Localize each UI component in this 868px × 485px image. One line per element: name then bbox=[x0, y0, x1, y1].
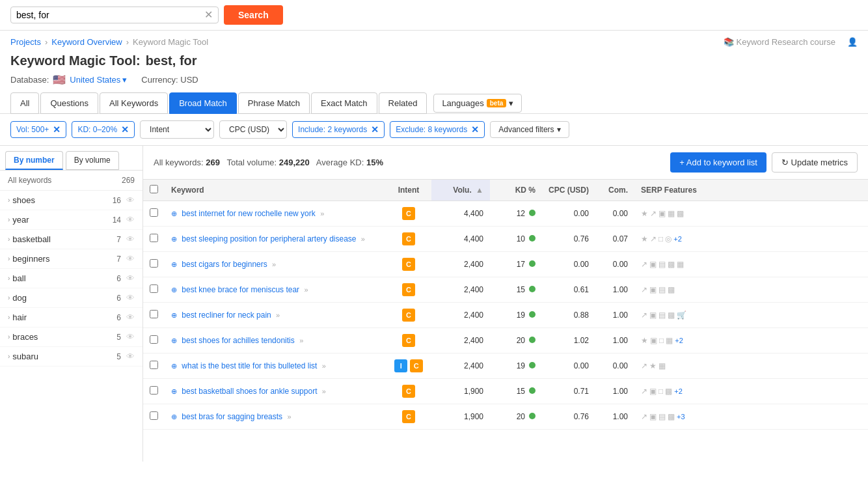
update-metrics-button[interactable]: ↻ Update metrics bbox=[772, 152, 858, 173]
include-filter-remove[interactable]: ✕ bbox=[371, 124, 379, 135]
sidebar-item[interactable]: › beginners 7 👁 bbox=[0, 249, 142, 269]
visibility-icon[interactable]: 👁 bbox=[126, 195, 135, 205]
row-checkbox[interactable] bbox=[150, 208, 158, 217]
visibility-icon[interactable]: 👁 bbox=[126, 254, 135, 264]
keyword-details-icon[interactable]: » bbox=[299, 337, 303, 344]
tab-all-keywords[interactable]: All Keywords bbox=[100, 92, 168, 114]
sidebar-item[interactable]: › dog 6 👁 bbox=[0, 288, 142, 308]
keyword-details-icon[interactable]: » bbox=[287, 413, 291, 421]
breadcrumb-keyword-overview[interactable]: Keyword Overview bbox=[51, 37, 122, 47]
col-com-header[interactable]: Com. bbox=[595, 180, 634, 201]
keyword-expand-icon[interactable]: ⊕ bbox=[171, 311, 177, 319]
sidebar-item[interactable]: › hair 6 👁 bbox=[0, 308, 142, 327]
keyword-details-icon[interactable]: » bbox=[322, 362, 326, 370]
keyword-details-icon[interactable]: » bbox=[361, 235, 365, 243]
keyword-link[interactable]: best basketball shoes for ankle support bbox=[182, 387, 317, 396]
keyword-expand-icon[interactable]: ⊕ bbox=[171, 413, 177, 421]
vol-filter-remove[interactable]: ✕ bbox=[53, 124, 61, 135]
col-kd-header[interactable]: KD % bbox=[490, 180, 542, 201]
cpc-filter-select[interactable]: CPC (USD) 0 - 0.5 0.5 - 1 1+ bbox=[219, 120, 287, 139]
sidebar-item[interactable]: › ball 6 👁 bbox=[0, 269, 142, 288]
exclude-filter-chip[interactable]: Exclude: 8 keywords ✕ bbox=[390, 121, 485, 138]
advanced-filters-button[interactable]: Advanced filters ▾ bbox=[490, 121, 569, 138]
keyword-expand-icon[interactable]: ⊕ bbox=[171, 235, 177, 243]
expand-icon: › bbox=[8, 216, 10, 223]
row-checkbox[interactable] bbox=[150, 259, 158, 268]
col-volume-header[interactable]: Volu. ▲ bbox=[431, 180, 490, 201]
tab-broad-match[interactable]: Broad Match bbox=[169, 92, 237, 114]
breadcrumb-projects[interactable]: Projects bbox=[10, 37, 41, 47]
visibility-icon[interactable]: 👁 bbox=[126, 273, 135, 283]
include-filter-chip[interactable]: Include: 2 keywords ✕ bbox=[292, 121, 385, 138]
keyword-research-course-link[interactable]: 📚 Keyword Research course bbox=[724, 37, 835, 47]
keyword-details-icon[interactable]: » bbox=[304, 286, 308, 294]
row-checkbox[interactable] bbox=[150, 386, 158, 395]
keyword-expand-icon[interactable]: ⊕ bbox=[171, 260, 177, 268]
visibility-icon[interactable]: 👁 bbox=[126, 352, 135, 361]
select-all-checkbox[interactable] bbox=[150, 185, 158, 193]
row-checkbox[interactable] bbox=[150, 310, 158, 318]
sidebar-item[interactable]: › basketball 7 👁 bbox=[0, 230, 142, 249]
search-input[interactable] bbox=[16, 10, 204, 20]
row-intent-cell: C bbox=[386, 404, 431, 430]
kd-filter-chip[interactable]: KD: 0–20% ✕ bbox=[72, 121, 135, 138]
keyword-expand-icon[interactable]: ⊕ bbox=[171, 362, 177, 370]
tab-languages[interactable]: Languages beta ▾ bbox=[433, 94, 522, 113]
kd-filter-remove[interactable]: ✕ bbox=[121, 124, 129, 135]
sidebar-item[interactable]: › year 14 👁 bbox=[0, 210, 142, 230]
keyword-expand-icon[interactable]: ⊕ bbox=[171, 337, 177, 344]
row-checkbox[interactable] bbox=[150, 234, 158, 242]
visibility-icon[interactable]: 👁 bbox=[126, 215, 135, 225]
user-icon[interactable]: 👤 bbox=[847, 37, 858, 47]
add-to-list-button[interactable]: + Add to keyword list bbox=[670, 152, 766, 173]
keyword-link[interactable]: best cigars for beginners bbox=[182, 260, 267, 269]
keyword-details-icon[interactable]: » bbox=[272, 260, 276, 268]
visibility-icon[interactable]: 👁 bbox=[126, 312, 135, 322]
sidebar-item[interactable]: › shoes 16 👁 bbox=[0, 191, 142, 210]
row-intent-cell: C bbox=[386, 379, 431, 404]
row-checkbox[interactable] bbox=[150, 335, 158, 344]
kd-dot bbox=[529, 362, 536, 368]
keyword-expand-icon[interactable]: ⊕ bbox=[171, 387, 177, 395]
keyword-link[interactable]: best knee brace for meniscus tear bbox=[182, 285, 299, 294]
tab-questions[interactable]: Questions bbox=[40, 92, 98, 114]
keyword-link[interactable]: best bras for sagging breasts bbox=[182, 412, 282, 421]
tab-all[interactable]: All bbox=[10, 92, 39, 114]
sidebar-item[interactable]: › braces 5 👁 bbox=[0, 327, 142, 347]
tab-exact-match[interactable]: Exact Match bbox=[311, 92, 377, 114]
keyword-link[interactable]: best recliner for neck pain bbox=[182, 311, 271, 320]
keyword-details-icon[interactable]: » bbox=[322, 387, 326, 395]
row-checkbox[interactable] bbox=[150, 411, 158, 420]
visibility-icon[interactable]: 👁 bbox=[126, 293, 135, 303]
sidebar-tab-by-number[interactable]: By number bbox=[5, 151, 63, 170]
keyword-details-icon[interactable]: » bbox=[276, 311, 280, 319]
serp-icon: □ bbox=[658, 387, 663, 396]
col-intent-header[interactable]: Intent bbox=[386, 180, 431, 201]
vol-filter-chip[interactable]: Vol: 500+ ✕ bbox=[10, 121, 66, 138]
visibility-icon[interactable]: 👁 bbox=[126, 234, 135, 244]
keyword-details-icon[interactable]: » bbox=[320, 210, 324, 217]
intent-filter-select[interactable]: Intent Commercial Informational Navigati… bbox=[140, 120, 214, 139]
country-selector[interactable]: United States ▾ bbox=[70, 75, 127, 85]
keyword-link[interactable]: what is the best title for this bulleted… bbox=[182, 361, 317, 370]
sidebar-item[interactable]: › subaru 5 👁 bbox=[0, 347, 142, 367]
row-checkbox[interactable] bbox=[150, 361, 158, 369]
tab-related[interactable]: Related bbox=[379, 92, 427, 114]
col-select-all[interactable] bbox=[143, 180, 165, 201]
serp-plus: +2 bbox=[674, 387, 683, 395]
keyword-expand-icon[interactable]: ⊕ bbox=[171, 286, 177, 294]
search-clear-icon[interactable]: ✕ bbox=[204, 10, 213, 20]
col-serp-header[interactable]: SERP Features bbox=[634, 180, 868, 201]
sidebar-tab-by-volume[interactable]: By volume bbox=[66, 151, 119, 170]
col-cpc-header[interactable]: CPC (USD) bbox=[542, 180, 595, 201]
keyword-link[interactable]: best internet for new rochelle new york bbox=[182, 209, 315, 218]
visibility-icon[interactable]: 👁 bbox=[126, 332, 135, 342]
keyword-link[interactable]: best shoes for achilles tendonitis bbox=[182, 336, 294, 345]
keyword-link[interactable]: best sleeping position for peripheral ar… bbox=[182, 234, 356, 243]
row-checkbox[interactable] bbox=[150, 284, 158, 293]
tab-phrase-match[interactable]: Phrase Match bbox=[238, 92, 310, 114]
search-button[interactable]: Search bbox=[224, 5, 283, 25]
keyword-expand-icon[interactable]: ⊕ bbox=[171, 210, 177, 217]
exclude-filter-remove[interactable]: ✕ bbox=[471, 124, 479, 135]
col-keyword-header[interactable]: Keyword bbox=[165, 180, 386, 201]
